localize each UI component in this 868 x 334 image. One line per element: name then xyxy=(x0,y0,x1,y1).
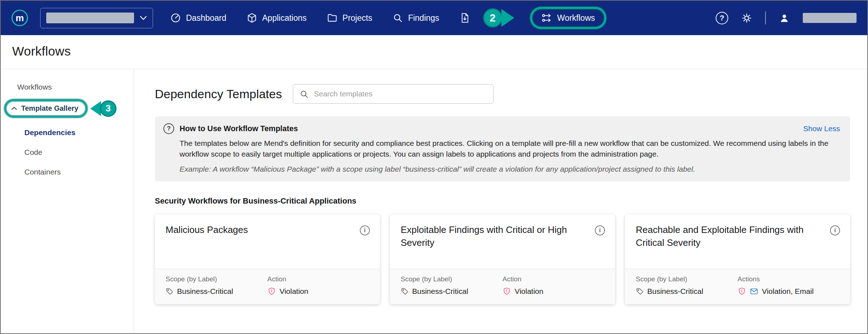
scope-column: Scope (by Label) Business-Critical xyxy=(636,275,738,296)
nav-findings[interactable]: Findings xyxy=(392,13,439,23)
annotation-step-2-arrow-icon xyxy=(501,9,514,27)
mend-logo[interactable]: m xyxy=(11,10,28,26)
violation-shield-icon xyxy=(267,287,276,296)
workflows-highlight-ring: Workflows xyxy=(530,7,607,29)
sidebar: Workflows Template Gallery 3 Dependencie… xyxy=(1,69,134,333)
action-column: Action Violation xyxy=(267,275,369,296)
action-value-text: Violation xyxy=(280,287,308,296)
template-card-reachable-exploitable[interactable]: Reachable and Exploitable Findings with … xyxy=(625,214,850,304)
template-cards-row: Malicious Packages i Scope (by Label) Bu… xyxy=(155,214,850,304)
scope-value-text: Business-Critical xyxy=(647,287,703,296)
top-nav-bar: m Dashboard Applications Projects Findin… xyxy=(1,1,867,35)
dashboard-icon xyxy=(170,13,181,23)
annotation-step-3-badge: 3 xyxy=(100,100,116,117)
help-glyph: ? xyxy=(720,14,724,22)
findings-search-icon xyxy=(392,13,403,23)
page-title-bar: Workflows xyxy=(1,35,867,69)
info-icon[interactable]: i xyxy=(830,225,840,235)
info-glyph: i xyxy=(834,227,836,234)
tag-icon xyxy=(166,287,173,295)
info-glyph: i xyxy=(364,227,366,234)
actions-value: Violation, Email xyxy=(738,287,839,296)
nav-applications[interactable]: Applications xyxy=(247,13,307,23)
action-value-text: Violation xyxy=(515,287,543,296)
help-icon[interactable]: ? xyxy=(716,12,728,24)
document-download-icon xyxy=(459,13,470,23)
sidebar-item-dependencies[interactable]: Dependencies xyxy=(24,128,134,137)
info-banner: ? How to Use Workflow Templates Show Les… xyxy=(155,116,850,181)
card-title: Exploitable Findings with Critical or Hi… xyxy=(401,224,590,262)
org-selector-dropdown[interactable] xyxy=(40,8,153,28)
info-banner-body: The templates below are Mend's definitio… xyxy=(180,138,840,159)
action-column: Action Violation xyxy=(502,275,604,296)
card-footer: Scope (by Label) Business-Critical Actio… xyxy=(155,269,380,304)
top-right-cluster: ? xyxy=(716,11,857,24)
action-label: Action xyxy=(502,275,604,283)
template-gallery-row: Template Gallery 3 xyxy=(1,99,134,118)
info-icon[interactable]: i xyxy=(595,225,605,235)
nav-dashboard[interactable]: Dashboard xyxy=(170,13,226,23)
template-gallery-highlight-ring: Template Gallery xyxy=(4,99,87,118)
action-label: Action xyxy=(267,275,369,283)
tag-icon xyxy=(636,287,644,295)
nav-workflows-label: Workflows xyxy=(557,13,595,23)
info-banner-example: Example: A workflow “Malicious Package” … xyxy=(180,165,840,173)
nav-reports[interactable] xyxy=(459,13,470,23)
page-body: Workflows Template Gallery 3 Dependencie… xyxy=(1,69,867,333)
template-gallery-label: Template Gallery xyxy=(21,104,78,113)
applications-icon xyxy=(247,13,257,23)
card-footer: Scope (by Label) Business-Critical Actio… xyxy=(625,269,850,304)
info-banner-header: ? How to Use Workflow Templates Show Les… xyxy=(163,123,840,134)
chevron-down-icon xyxy=(140,16,147,20)
action-value: Violation xyxy=(267,287,369,296)
scope-label: Scope (by Label) xyxy=(166,275,267,283)
annotation-step-3: 3 xyxy=(90,100,116,117)
annotation-step-2: 2 xyxy=(483,8,514,28)
info-glyph: i xyxy=(599,227,601,234)
nav-findings-label: Findings xyxy=(408,13,439,23)
main-content: Dependency Templates ? How to Use Workfl… xyxy=(134,69,867,333)
dependency-templates-heading: Dependency Templates xyxy=(155,87,282,101)
info-icon[interactable]: i xyxy=(360,225,370,235)
scope-value: Business-Critical xyxy=(166,287,267,296)
header-divider xyxy=(765,11,766,24)
template-card-exploitable-findings[interactable]: Exploitable Findings with Critical or Hi… xyxy=(390,214,615,304)
nav-workflows[interactable]: Workflows xyxy=(542,13,595,23)
sidebar-item-code[interactable]: Code xyxy=(24,148,134,157)
page-title: Workflows xyxy=(12,44,856,58)
scope-label: Scope (by Label) xyxy=(636,275,738,283)
scope-value-text: Business-Critical xyxy=(177,287,233,296)
scope-column: Scope (by Label) Business-Critical xyxy=(166,275,267,296)
sidebar-item-template-gallery[interactable]: Template Gallery xyxy=(11,104,78,113)
card-title: Malicious Packages xyxy=(166,224,248,262)
scope-value: Business-Critical xyxy=(401,287,502,296)
scope-column: Scope (by Label) Business-Critical xyxy=(401,275,502,296)
template-card-malicious-packages[interactable]: Malicious Packages i Scope (by Label) Bu… xyxy=(155,214,380,304)
violation-shield-icon xyxy=(738,287,746,296)
actions-label: Actions xyxy=(738,275,839,283)
security-workflows-section-title: Security Workflows for Business-Critical… xyxy=(155,196,850,206)
mend-logo-glyph: m xyxy=(15,13,24,23)
app-window: m Dashboard Applications Projects Findin… xyxy=(0,0,868,334)
settings-gear-button[interactable] xyxy=(741,13,752,24)
search-input[interactable] xyxy=(314,90,487,98)
scope-value: Business-Critical xyxy=(636,287,738,296)
card-body: Reachable and Exploitable Findings with … xyxy=(625,214,850,269)
action-value: Violation xyxy=(502,287,604,296)
template-gallery-subitems: Dependencies Code Containers xyxy=(1,118,134,176)
card-body: Malicious Packages i xyxy=(155,214,380,269)
email-envelope-icon xyxy=(750,287,758,296)
workflows-icon xyxy=(542,13,552,23)
card-footer: Scope (by Label) Business-Critical Actio… xyxy=(390,269,615,304)
question-circle-icon: ? xyxy=(163,123,174,134)
sidebar-item-containers[interactable]: Containers xyxy=(24,168,134,176)
nav-projects[interactable]: Projects xyxy=(327,13,372,23)
card-title: Reachable and Exploitable Findings with … xyxy=(636,224,825,262)
violation-shield-icon xyxy=(502,287,511,296)
show-less-link[interactable]: Show Less xyxy=(803,124,840,133)
sidebar-item-workflows[interactable]: Workflows xyxy=(1,80,134,94)
user-menu-button[interactable] xyxy=(779,13,790,24)
info-banner-title: How to Use Workflow Templates xyxy=(180,124,298,133)
redacted-user-name xyxy=(803,13,857,23)
annotation-step-3-arrow-icon xyxy=(90,101,101,116)
